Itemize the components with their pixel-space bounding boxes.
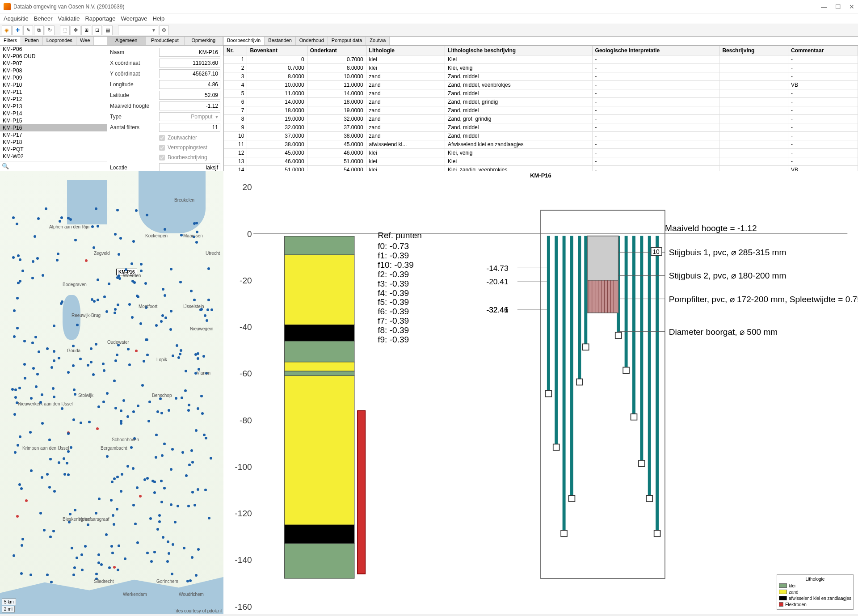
well-list[interactable]: KM-P06KM-P06 OUDKM-P07KM-P08KM-P09KM-P10… bbox=[0, 46, 107, 161]
map-well-dot[interactable] bbox=[195, 429, 198, 432]
map-well-dot[interactable] bbox=[24, 377, 26, 380]
well-item[interactable]: KM-P18 bbox=[0, 139, 107, 146]
map-well-dot[interactable] bbox=[13, 554, 15, 557]
map-well-dot[interactable] bbox=[66, 462, 68, 464]
map-well-dot[interactable] bbox=[180, 234, 183, 236]
map-well-dot[interactable] bbox=[116, 209, 119, 211]
table-row[interactable]: 1245.000046.0000kleiKlei, venig-- bbox=[224, 149, 858, 157]
map-well-dot[interactable] bbox=[180, 349, 182, 352]
map-well-dot[interactable] bbox=[131, 316, 134, 319]
map-well-dot[interactable] bbox=[42, 274, 44, 277]
map-well-dot[interactable] bbox=[106, 392, 109, 395]
well-item[interactable]: KM-W02 bbox=[0, 153, 107, 160]
map-well-dot[interactable] bbox=[37, 217, 40, 220]
map-well-dot[interactable] bbox=[116, 476, 119, 478]
map-well-dot[interactable] bbox=[117, 569, 119, 571]
tb-user-icon[interactable]: ◉ bbox=[2, 25, 12, 35]
map-well-dot[interactable] bbox=[164, 316, 167, 319]
map-well-dot[interactable] bbox=[164, 294, 166, 297]
map-well-dot[interactable] bbox=[171, 573, 173, 575]
chk-boor[interactable] bbox=[159, 155, 165, 160]
map-well-dot[interactable] bbox=[155, 434, 158, 436]
tb-add-icon[interactable]: ✚ bbox=[13, 25, 22, 35]
map-well-dot[interactable] bbox=[167, 540, 169, 543]
map-well-dot[interactable] bbox=[18, 483, 21, 486]
table-row[interactable]: 614.000018.0000zandZand, middel, grindig… bbox=[224, 98, 858, 106]
map-well-dot[interactable] bbox=[197, 352, 199, 355]
map-well-dot[interactable] bbox=[149, 517, 152, 520]
map-well-dot[interactable] bbox=[48, 439, 51, 441]
map-well-dot[interactable] bbox=[170, 268, 172, 270]
map-well-dot[interactable] bbox=[102, 401, 105, 403]
map-well-dot[interactable] bbox=[160, 501, 163, 503]
map-well-dot[interactable] bbox=[16, 515, 19, 518]
maximize-button[interactable]: ☐ bbox=[835, 3, 841, 10]
col-header[interactable]: Lithologische beschrijving bbox=[445, 46, 593, 55]
map-well-dot[interactable] bbox=[81, 569, 84, 571]
map-well-dot[interactable] bbox=[100, 563, 103, 566]
map-well-dot[interactable] bbox=[197, 357, 199, 360]
well-item[interactable]: KM-P13 bbox=[0, 103, 107, 110]
map-well-dot[interactable] bbox=[76, 557, 78, 559]
map-well-dot[interactable] bbox=[34, 235, 36, 238]
map-well-dot[interactable] bbox=[46, 574, 49, 576]
map-well-dot[interactable] bbox=[103, 369, 105, 372]
map-well-dot[interactable] bbox=[105, 310, 108, 313]
map-well-dot[interactable] bbox=[160, 480, 163, 482]
map-well-dot[interactable] bbox=[183, 547, 185, 549]
map-well-dot[interactable] bbox=[114, 407, 117, 409]
map-well-dot[interactable] bbox=[179, 353, 181, 355]
well-item[interactable]: KM-P14 bbox=[0, 110, 107, 117]
tb-refresh-icon[interactable]: ↻ bbox=[45, 25, 55, 35]
map-well-dot[interactable] bbox=[153, 481, 156, 483]
map-well-dot[interactable] bbox=[72, 418, 75, 421]
col-header[interactable]: Onderkant bbox=[307, 46, 366, 55]
tb-layers-icon[interactable]: ▤ bbox=[103, 25, 113, 35]
map-well-dot[interactable] bbox=[38, 350, 40, 353]
map-well-dot[interactable] bbox=[164, 228, 166, 231]
map-well-dot[interactable] bbox=[118, 253, 120, 256]
well-item[interactable]: KM-PQT bbox=[0, 146, 107, 153]
map-well-dot[interactable] bbox=[207, 267, 210, 270]
map-well-dot[interactable] bbox=[61, 407, 63, 410]
map-well-dot[interactable] bbox=[141, 384, 144, 387]
map-well-dot[interactable] bbox=[158, 520, 161, 523]
map-well-dot[interactable] bbox=[204, 489, 207, 491]
map-well-dot[interactable] bbox=[103, 295, 106, 298]
map-well-dot[interactable] bbox=[49, 458, 52, 460]
map-well-dot[interactable] bbox=[200, 395, 203, 397]
col-header[interactable]: Commentaar bbox=[788, 46, 858, 55]
map-well-dot[interactable] bbox=[162, 536, 164, 539]
map-well-dot[interactable] bbox=[17, 254, 20, 257]
map-well-dot[interactable] bbox=[189, 579, 192, 582]
map-well-dot[interactable] bbox=[116, 354, 118, 356]
map-well-dot[interactable] bbox=[90, 361, 93, 363]
close-button[interactable]: ✕ bbox=[849, 3, 854, 10]
table-row[interactable]: 718.000019.0000zandZand, middel-- bbox=[224, 106, 858, 115]
map-well-dot[interactable] bbox=[53, 350, 55, 353]
map-well-dot[interactable] bbox=[117, 304, 119, 306]
map-well-dot[interactable] bbox=[111, 481, 114, 483]
map-well-dot[interactable] bbox=[208, 517, 210, 519]
map-well-dot[interactable] bbox=[52, 387, 55, 390]
map-well-dot[interactable] bbox=[163, 443, 166, 445]
map-well-dot[interactable] bbox=[155, 456, 157, 459]
map-well-dot[interactable] bbox=[185, 370, 187, 372]
map-well-dot[interactable] bbox=[16, 297, 19, 300]
map-well-dot[interactable] bbox=[95, 512, 97, 515]
lithology-table[interactable]: Nr.BovenkantOnderkantLithologieLithologi… bbox=[223, 46, 858, 171]
map-well-dot[interactable] bbox=[184, 389, 187, 392]
map-well-dot[interactable] bbox=[30, 397, 33, 400]
well-item[interactable]: KM-P11 bbox=[0, 89, 107, 96]
map-well-dot[interactable] bbox=[29, 574, 32, 576]
well-item[interactable]: KM-P17 bbox=[0, 131, 107, 139]
map-well-dot[interactable] bbox=[172, 354, 174, 357]
val-x[interactable]: 119123.60 bbox=[159, 59, 220, 68]
map-well-dot[interactable] bbox=[53, 490, 56, 493]
map-well-dot[interactable] bbox=[73, 388, 76, 391]
map-well-dot[interactable] bbox=[13, 413, 16, 416]
map-well-dot[interactable] bbox=[169, 328, 172, 331]
menu-acquisitie[interactable]: Acquisitie bbox=[4, 15, 29, 22]
map-well-dot[interactable] bbox=[158, 514, 161, 517]
minimize-button[interactable]: — bbox=[821, 3, 827, 10]
